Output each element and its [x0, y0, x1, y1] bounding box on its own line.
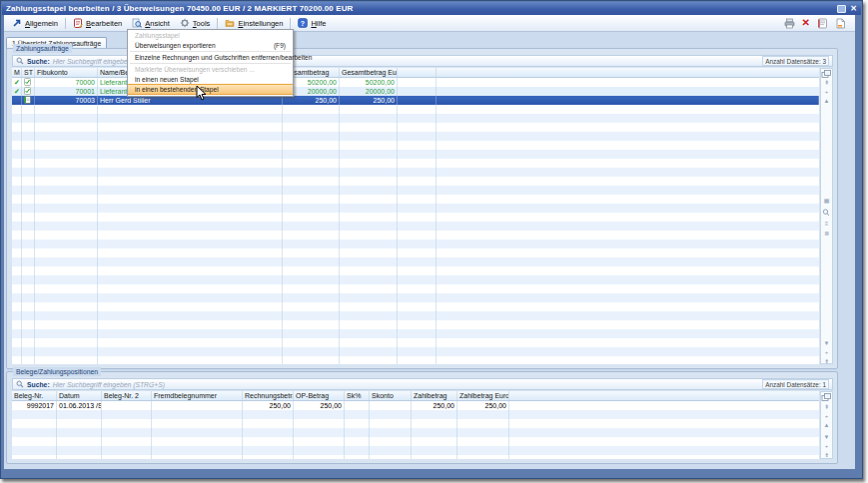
empty-rows-area — [12, 105, 819, 364]
mouse-cursor — [196, 86, 207, 101]
settings-folder-icon — [225, 18, 235, 28]
menu-item-in-bestehenden-stapel[interactable]: in einen bestehenden Stapel — [128, 84, 293, 95]
search-label: Suche: — [27, 381, 50, 388]
record-count-badge: Anzahl Datensätze: 1 — [762, 379, 829, 389]
column-header-beleg-nr[interactable]: Beleg-Nr. — [12, 391, 57, 401]
column-header-fremdbelegnummer[interactable]: Fremdbelegnummer — [152, 391, 243, 401]
edit-batch-button[interactable] — [817, 18, 828, 29]
column-header-m[interactable]: M — [12, 68, 22, 78]
toolbar-right: ✕ — [784, 18, 852, 29]
scroll-down-icon[interactable]: ▼ — [821, 339, 832, 347]
scroll-up-icon[interactable]: ▲ — [821, 97, 832, 105]
marked-check-icon: ✓ — [12, 87, 22, 96]
copy-grid-icon[interactable] — [821, 70, 832, 78]
menu-ansicht[interactable]: Ansicht — [127, 16, 175, 30]
menu-item-einzelne-rechnungen[interactable]: Einzelne Rechnungen und Gutschriften ent… — [128, 53, 293, 62]
table-row[interactable]: 9992017 01.06.2013 /Sa 250,00 250,00 250… — [12, 401, 819, 410]
column-header-op-betrag[interactable]: OP-Betrag — [294, 391, 345, 401]
column-header-beleg-nr-2[interactable]: Beleg-Nr. 2 — [102, 391, 152, 401]
menu-separator — [217, 18, 218, 29]
payments-table: M ST Fibukonto Name/Bezeichnun Gesamtbet… — [12, 68, 819, 364]
tools-menu: Zahlungsstapel Überweisungen exportieren… — [127, 29, 294, 97]
document-edit-icon — [24, 96, 31, 104]
add-row-icon[interactable]: + — [821, 88, 832, 96]
table-row-selected[interactable]: 70003 Herr Gerd Stiller 250,00 250,00 — [12, 96, 819, 105]
menu-allgemein[interactable]: Allgemein — [7, 16, 63, 30]
grid-view-icon[interactable]: ▦ — [821, 197, 832, 205]
add-row-icon[interactable]: + — [821, 412, 832, 420]
menu-separator — [65, 18, 66, 29]
search-icon — [16, 57, 24, 65]
document-status-icon — [24, 87, 31, 95]
print-button[interactable] — [784, 18, 795, 29]
menu-separator — [130, 63, 291, 64]
positions-table: Beleg-Nr. Datum Beleg-Nr. 2 Fremdbelegnu… — [12, 391, 819, 459]
filter-icon[interactable]: ≡ — [821, 220, 832, 228]
positions-group-label: Belege/Zahlungspositionen — [13, 367, 101, 376]
restore-icon[interactable] — [837, 5, 846, 13]
scroll-up-icon[interactable]: ▲ — [821, 421, 832, 429]
column-header-st[interactable]: ST — [22, 68, 35, 78]
add-row-icon[interactable]: + — [821, 348, 832, 356]
column-header-fibukonto[interactable]: Fibukonto — [35, 68, 98, 78]
svg-text:?: ? — [301, 20, 305, 27]
record-count-badge: Anzahl Datensätze: 3 — [762, 56, 829, 66]
positions-search-input[interactable]: Suche: Hier Suchbegriff eingeben (STRG+S… — [12, 378, 833, 390]
menu-separator — [130, 51, 291, 52]
menu-item-in-neuen-stapel[interactable]: in einen neuen Stapel — [128, 74, 293, 84]
edit-notepad-icon — [73, 18, 83, 28]
help-icon: ? — [298, 18, 308, 28]
tools-icon — [180, 18, 190, 28]
menu-einstellungen[interactable]: Einstellungen — [220, 16, 288, 30]
shortcut-label: (F9) — [274, 42, 286, 49]
menu-bearbeiten[interactable]: Bearbeiten — [68, 16, 127, 30]
menu-tools[interactable]: Tools — [175, 16, 216, 30]
column-header-zahlbetrag[interactable]: Zahlbetrag — [412, 391, 457, 401]
close-icon[interactable]: ✕ — [850, 5, 857, 13]
scroll-bottom-icon[interactable]: ⇟ — [821, 357, 832, 365]
column-header-skonto[interactable]: Skonto — [370, 391, 412, 401]
magnifier-page-icon — [132, 18, 142, 28]
menu-item-ueberweisungen-exportieren[interactable]: Überweisungen exportieren(F9) — [128, 40, 293, 50]
scroll-top-icon[interactable]: ⇞ — [821, 79, 832, 87]
menu-separator — [290, 18, 291, 29]
column-header-rechnungsbetrag[interactable]: Rechnungsbetrag — [243, 391, 294, 401]
scroll-bottom-icon[interactable]: ⇟ — [821, 451, 832, 459]
positions-table-toolbar: ⇞ + ▲ ▼ + ⇟ — [820, 391, 833, 459]
column-header-gesamtbetrag-euro[interactable]: Gesamtbetrag Euro — [340, 68, 398, 78]
menu-item-markierte-verschieben[interactable]: Markierte Überweisungen verschieben ... — [128, 65, 293, 74]
application-screen: Zahlungsstapel bearbeiten / 3 Überweisun… — [0, 0, 868, 483]
menu-item-zahlungsstapel[interactable]: Zahlungsstapel — [128, 31, 293, 40]
filter-settings-icon[interactable]: ≣ — [821, 230, 832, 238]
positions-table-header: Beleg-Nr. Datum Beleg-Nr. 2 Fremdbelegnu… — [12, 391, 819, 401]
empty-rows-area — [12, 410, 819, 459]
delete-button[interactable]: ✕ — [802, 18, 810, 28]
arrow-ne-icon — [12, 18, 22, 28]
scroll-top-icon[interactable]: ⇞ — [821, 403, 832, 411]
search-label: Suche: — [27, 58, 50, 65]
title-bar: Zahlungsstapel bearbeiten / 3 Überweisun… — [2, 2, 861, 15]
payments-table-toolbar: ⇞ + ▲ ▦ ≡ ≣ ▼ + ⇟ — [820, 68, 833, 364]
marked-check-icon: ✓ — [12, 78, 22, 87]
payments-group-label: Zahlungsaufträge — [13, 44, 72, 53]
search-rows-icon[interactable] — [821, 209, 832, 217]
column-header-zahlbetrag-euro[interactable]: Zahlbetrag Euro — [457, 391, 509, 401]
search-icon — [16, 380, 24, 388]
column-header-sk[interactable]: Sk% — [345, 391, 370, 401]
add-row-icon[interactable]: + — [821, 442, 832, 450]
scroll-down-icon[interactable]: ▼ — [821, 433, 832, 441]
menu-hilfe[interactable]: ? Hilfe — [293, 16, 331, 30]
client-area: 1 Übersicht Zahlungsaufträge Zahlungsauf… — [4, 32, 855, 469]
document-status-icon — [24, 78, 31, 86]
column-header-datum[interactable]: Datum — [57, 391, 102, 401]
new-document-button[interactable] — [835, 18, 846, 29]
copy-grid-icon[interactable] — [821, 393, 832, 401]
search-placeholder: Hier Suchbegriff eingeben (STRG+S) — [53, 381, 165, 388]
positions-groupbox: Belege/Zahlungspositionen Suche: Hier Su… — [6, 371, 838, 464]
window-title: Zahlungsstapel bearbeiten / 3 Überweisun… — [6, 4, 353, 13]
